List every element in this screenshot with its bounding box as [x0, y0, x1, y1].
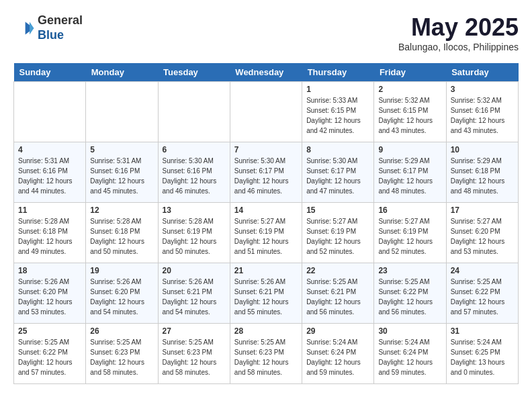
day-cell: 4Sunrise: 5:31 AM Sunset: 6:16 PM Daylig… — [14, 142, 86, 203]
day-cell: 14Sunrise: 5:27 AM Sunset: 6:19 PM Dayli… — [230, 203, 302, 263]
day-number: 17 — [451, 205, 514, 215]
logo-icon — [13, 17, 35, 39]
day-info: Sunrise: 5:25 AM Sunset: 6:21 PM Dayligh… — [306, 277, 369, 317]
day-number: 8 — [306, 145, 369, 154]
day-info: Sunrise: 5:31 AM Sunset: 6:16 PM Dayligh… — [18, 156, 81, 196]
svg-marker-1 — [30, 21, 34, 34]
day-cell: 7Sunrise: 5:30 AM Sunset: 6:17 PM Daylig… — [230, 142, 302, 203]
day-number: 11 — [18, 205, 81, 215]
day-number: 4 — [18, 145, 81, 154]
day-info: Sunrise: 5:24 AM Sunset: 6:24 PM Dayligh… — [306, 337, 369, 377]
weekday-header-row: SundayMondayTuesdayWednesdayThursdayFrid… — [14, 63, 519, 82]
day-info: Sunrise: 5:26 AM Sunset: 6:20 PM Dayligh… — [18, 277, 81, 317]
location: Balungao, Ilocos, Philippines — [398, 42, 519, 52]
week-row-1: 1Sunrise: 5:33 AM Sunset: 6:15 PM Daylig… — [14, 82, 519, 142]
week-row-3: 11Sunrise: 5:28 AM Sunset: 6:18 PM Dayli… — [14, 203, 519, 263]
day-info: Sunrise: 5:25 AM Sunset: 6:23 PM Dayligh… — [234, 337, 298, 377]
day-cell: 3Sunrise: 5:32 AM Sunset: 6:16 PM Daylig… — [446, 82, 518, 142]
day-info: Sunrise: 5:28 AM Sunset: 6:18 PM Dayligh… — [90, 216, 153, 257]
day-number: 14 — [234, 205, 298, 215]
day-cell — [230, 82, 302, 142]
calendar-table: SundayMondayTuesdayWednesdayThursdayFrid… — [13, 63, 519, 384]
day-number: 1 — [306, 85, 369, 94]
day-cell: 10Sunrise: 5:29 AM Sunset: 6:18 PM Dayli… — [446, 142, 518, 203]
logo-line1: General — [38, 13, 83, 28]
day-cell: 12Sunrise: 5:28 AM Sunset: 6:18 PM Dayli… — [86, 203, 158, 263]
day-cell — [86, 82, 158, 142]
day-info: Sunrise: 5:33 AM Sunset: 6:15 PM Dayligh… — [306, 95, 369, 136]
day-info: Sunrise: 5:30 AM Sunset: 6:16 PM Dayligh… — [163, 156, 226, 196]
day-info: Sunrise: 5:24 AM Sunset: 6:25 PM Dayligh… — [451, 337, 514, 377]
weekday-header-monday: Monday — [86, 63, 158, 82]
day-info: Sunrise: 5:27 AM Sunset: 6:19 PM Dayligh… — [306, 216, 369, 257]
day-number: 2 — [378, 85, 441, 94]
day-number: 18 — [18, 266, 81, 275]
day-number: 5 — [90, 145, 153, 154]
day-number: 24 — [451, 266, 514, 275]
day-info: Sunrise: 5:31 AM Sunset: 6:16 PM Dayligh… — [90, 156, 153, 196]
logo: General Blue — [13, 13, 83, 42]
day-cell: 23Sunrise: 5:25 AM Sunset: 6:22 PM Dayli… — [374, 263, 446, 324]
day-number: 25 — [18, 326, 81, 336]
page-header: General Blue May 2025 Balungao, Ilocos, … — [13, 13, 519, 52]
day-number: 21 — [234, 266, 298, 275]
day-info: Sunrise: 5:27 AM Sunset: 6:19 PM Dayligh… — [378, 216, 441, 257]
day-cell: 28Sunrise: 5:25 AM Sunset: 6:23 PM Dayli… — [230, 324, 302, 384]
day-number: 7 — [234, 145, 298, 154]
day-info: Sunrise: 5:25 AM Sunset: 6:22 PM Dayligh… — [451, 277, 514, 317]
day-cell: 11Sunrise: 5:28 AM Sunset: 6:18 PM Dayli… — [14, 203, 86, 263]
day-cell: 8Sunrise: 5:30 AM Sunset: 6:17 PM Daylig… — [302, 142, 374, 203]
day-cell: 31Sunrise: 5:24 AM Sunset: 6:25 PM Dayli… — [446, 324, 518, 384]
day-info: Sunrise: 5:26 AM Sunset: 6:20 PM Dayligh… — [90, 277, 153, 317]
weekday-header-thursday: Thursday — [302, 63, 374, 82]
weekday-header-sunday: Sunday — [14, 63, 86, 82]
day-info: Sunrise: 5:26 AM Sunset: 6:21 PM Dayligh… — [234, 277, 298, 317]
day-info: Sunrise: 5:29 AM Sunset: 6:18 PM Dayligh… — [451, 156, 514, 196]
day-info: Sunrise: 5:28 AM Sunset: 6:19 PM Dayligh… — [163, 216, 226, 257]
day-number: 28 — [234, 326, 298, 336]
day-number: 16 — [378, 205, 441, 215]
day-number: 6 — [163, 145, 226, 154]
day-cell: 16Sunrise: 5:27 AM Sunset: 6:19 PM Dayli… — [374, 203, 446, 263]
day-number: 12 — [90, 205, 153, 215]
weekday-header-friday: Friday — [374, 63, 446, 82]
day-info: Sunrise: 5:32 AM Sunset: 6:16 PM Dayligh… — [451, 95, 514, 136]
day-cell: 24Sunrise: 5:25 AM Sunset: 6:22 PM Dayli… — [446, 263, 518, 324]
day-number: 26 — [90, 326, 153, 336]
day-cell: 29Sunrise: 5:24 AM Sunset: 6:24 PM Dayli… — [302, 324, 374, 384]
day-number: 29 — [306, 326, 369, 336]
weekday-header-tuesday: Tuesday — [158, 63, 230, 82]
day-number: 9 — [378, 145, 441, 154]
week-row-2: 4Sunrise: 5:31 AM Sunset: 6:16 PM Daylig… — [14, 142, 519, 203]
day-cell: 26Sunrise: 5:25 AM Sunset: 6:23 PM Dayli… — [86, 324, 158, 384]
day-cell: 1Sunrise: 5:33 AM Sunset: 6:15 PM Daylig… — [302, 82, 374, 142]
day-number: 20 — [163, 266, 226, 275]
day-info: Sunrise: 5:25 AM Sunset: 6:22 PM Dayligh… — [18, 337, 81, 377]
weekday-header-saturday: Saturday — [446, 63, 518, 82]
day-number: 15 — [306, 205, 369, 215]
day-info: Sunrise: 5:30 AM Sunset: 6:17 PM Dayligh… — [306, 156, 369, 196]
day-info: Sunrise: 5:29 AM Sunset: 6:17 PM Dayligh… — [378, 156, 441, 196]
day-info: Sunrise: 5:27 AM Sunset: 6:20 PM Dayligh… — [451, 216, 514, 257]
day-cell: 18Sunrise: 5:26 AM Sunset: 6:20 PM Dayli… — [14, 263, 86, 324]
day-number: 10 — [451, 145, 514, 154]
day-cell: 6Sunrise: 5:30 AM Sunset: 6:16 PM Daylig… — [158, 142, 230, 203]
day-info: Sunrise: 5:25 AM Sunset: 6:23 PM Dayligh… — [90, 337, 153, 377]
day-cell: 30Sunrise: 5:24 AM Sunset: 6:24 PM Dayli… — [374, 324, 446, 384]
day-info: Sunrise: 5:27 AM Sunset: 6:19 PM Dayligh… — [234, 216, 298, 257]
day-cell: 9Sunrise: 5:29 AM Sunset: 6:17 PM Daylig… — [374, 142, 446, 203]
day-cell: 21Sunrise: 5:26 AM Sunset: 6:21 PM Dayli… — [230, 263, 302, 324]
day-info: Sunrise: 5:28 AM Sunset: 6:18 PM Dayligh… — [18, 216, 81, 257]
day-info: Sunrise: 5:25 AM Sunset: 6:23 PM Dayligh… — [163, 337, 226, 377]
week-row-5: 25Sunrise: 5:25 AM Sunset: 6:22 PM Dayli… — [14, 324, 519, 384]
day-info: Sunrise: 5:24 AM Sunset: 6:24 PM Dayligh… — [378, 337, 441, 377]
logo-line2: Blue — [38, 28, 83, 43]
title-block: May 2025 Balungao, Ilocos, Philippines — [398, 13, 519, 52]
weekday-header-wednesday: Wednesday — [230, 63, 302, 82]
day-cell: 22Sunrise: 5:25 AM Sunset: 6:21 PM Dayli… — [302, 263, 374, 324]
day-cell: 15Sunrise: 5:27 AM Sunset: 6:19 PM Dayli… — [302, 203, 374, 263]
day-info: Sunrise: 5:32 AM Sunset: 6:15 PM Dayligh… — [378, 95, 441, 136]
day-number: 3 — [451, 85, 514, 94]
day-cell — [158, 82, 230, 142]
day-number: 19 — [90, 266, 153, 275]
